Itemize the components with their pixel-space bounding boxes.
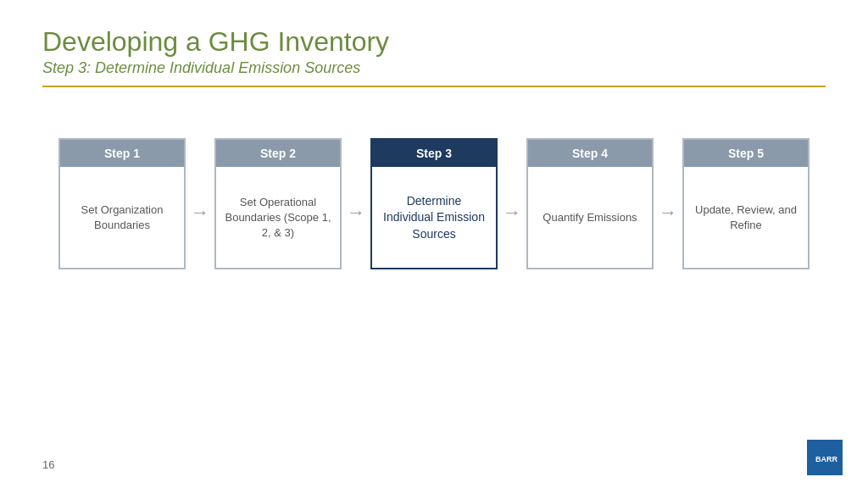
subtitle: Step 3: Determine Individual Emission So… [42, 59, 826, 77]
steps-container: Step 1 Set Organization Boundaries → Ste… [42, 138, 826, 269]
step-5-box: Step 5 Update, Review, and Refine [682, 138, 810, 269]
arrow-3: → [503, 185, 521, 224]
arrow-2: → [347, 185, 365, 224]
step-1-box: Step 1 Set Organization Boundaries [58, 138, 186, 269]
step-3-header: Step 3 [372, 140, 496, 167]
logo-box: BARR [807, 440, 843, 475]
svg-text:BARR: BARR [815, 455, 837, 463]
step-3-body: Determine Individual Emission Sources [372, 167, 496, 268]
step-4-box: Step 4 Quantify Emissions [526, 138, 654, 269]
step-1-body: Set Organization Boundaries [60, 167, 184, 268]
barr-logo-icon: BARR [812, 445, 837, 470]
logo-area: BARR [807, 440, 843, 475]
header: Developing a GHG Inventory Step 3: Deter… [42, 25, 826, 77]
logo: BARR [807, 440, 843, 475]
step-4-header: Step 4 [528, 140, 652, 167]
page-number: 16 [42, 458, 54, 471]
step-3-box: Step 3 Determine Individual Emission Sou… [370, 138, 498, 269]
step-4-body: Quantify Emissions [534, 167, 645, 268]
slide: Developing a GHG Inventory Step 3: Deter… [0, 0, 868, 488]
arrow-4: → [659, 185, 677, 224]
step-5-body: Update, Review, and Refine [684, 167, 808, 268]
step-2-header: Step 2 [216, 140, 340, 167]
step-1-header: Step 1 [60, 140, 184, 167]
main-title: Developing a GHG Inventory [42, 25, 826, 58]
header-divider [42, 86, 826, 87]
step-5-header: Step 5 [684, 140, 808, 167]
step-2-body: Set Operational Boundaries (Scope 1, 2, … [216, 167, 340, 268]
arrow-1: → [191, 185, 209, 224]
step-2-box: Step 2 Set Operational Boundaries (Scope… [214, 138, 342, 269]
